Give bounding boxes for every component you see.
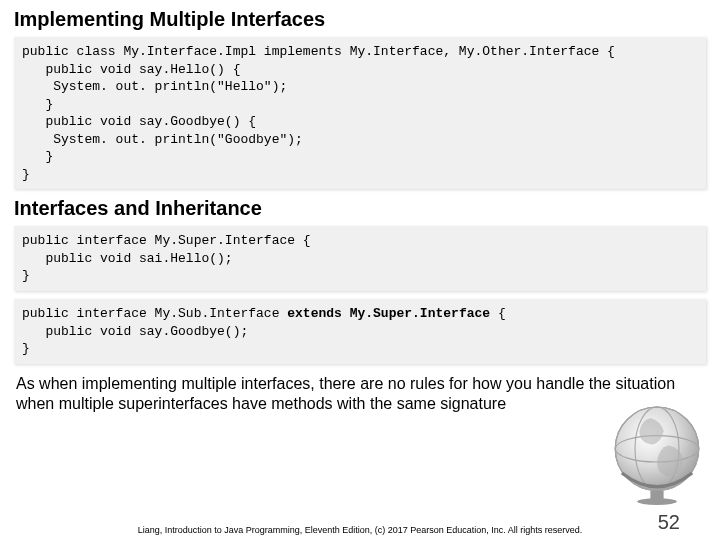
- code-line-part: public interface My.Sub.Interface: [22, 306, 287, 321]
- code-block-impl: public class My.Interface.Impl implement…: [14, 37, 706, 189]
- svg-rect-2: [650, 491, 663, 500]
- keyword-extends: extends: [287, 306, 342, 321]
- heading-inheritance: Interfaces and Inheritance: [14, 197, 706, 220]
- code-line-part: {: [490, 306, 506, 321]
- code-line-part: My.Super.Interface: [342, 306, 490, 321]
- body-text: As when implementing multiple interfaces…: [14, 372, 706, 416]
- code-line: }: [22, 268, 30, 283]
- heading-multiple-interfaces: Implementing Multiple Interfaces: [14, 8, 706, 31]
- svg-point-3: [637, 498, 677, 505]
- code-line: }: [22, 341, 30, 356]
- svg-point-0: [615, 407, 699, 491]
- code-line: public void sai.Hello();: [22, 251, 233, 266]
- footer-citation: Liang, Introduction to Java Programming,…: [0, 525, 720, 536]
- page-number: 52: [658, 511, 680, 534]
- code-line: public void say.Goodbye();: [22, 324, 248, 339]
- code-block-super: public interface My.Super.Interface { pu…: [14, 226, 706, 291]
- code-block-sub: public interface My.Sub.Interface extend…: [14, 299, 706, 364]
- svg-point-1: [615, 436, 699, 462]
- code-line: public interface My.Super.Interface {: [22, 233, 311, 248]
